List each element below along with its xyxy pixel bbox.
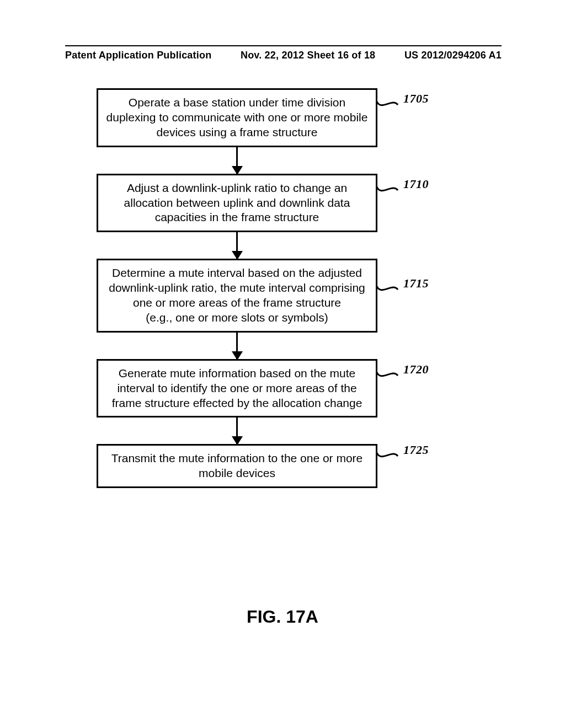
flowchart-step: Transmit the mute information to the one… — [97, 444, 422, 488]
page-header: Patent Application Publication Nov. 22, … — [65, 45, 502, 61]
ref-number: 1725 — [403, 443, 429, 457]
step-box: Determine a mute interval based on the a… — [97, 259, 377, 333]
flowchart: Operate a base station under time divisi… — [97, 88, 422, 488]
header-middle: Nov. 22, 2012 Sheet 16 of 18 — [241, 50, 375, 61]
step-text: Generate mute information based on the m… — [112, 367, 363, 409]
step-box: Operate a base station under time divisi… — [97, 88, 377, 147]
arrow-icon — [97, 417, 377, 444]
arrow-icon — [97, 333, 377, 359]
step-box: Adjust a downlink-uplink ratio to change… — [97, 174, 377, 233]
arrow-icon — [97, 232, 377, 259]
step-text: Transmit the mute information to the one… — [111, 452, 363, 479]
arrow-icon — [97, 147, 377, 174]
patent-page: Patent Application Publication Nov. 22, … — [0, 0, 565, 728]
step-box: Generate mute information based on the m… — [97, 359, 377, 418]
ref-number: 1715 — [403, 276, 429, 291]
ref-number: 1705 — [403, 92, 429, 106]
flowchart-step: Determine a mute interval based on the a… — [97, 259, 422, 333]
ref-number: 1720 — [403, 362, 429, 377]
step-text: Determine a mute interval based on the a… — [109, 266, 365, 324]
header-right: US 2012/0294206 A1 — [404, 50, 502, 61]
figure-label: FIG. 17A — [0, 607, 565, 627]
step-text: Adjust a downlink-uplink ratio to change… — [124, 181, 350, 224]
step-text: Operate a base station under time divisi… — [106, 96, 368, 138]
flowchart-step: Generate mute information based on the m… — [97, 359, 422, 418]
step-box: Transmit the mute information to the one… — [97, 444, 377, 488]
flowchart-step: Adjust a downlink-uplink ratio to change… — [97, 174, 422, 233]
flowchart-step: Operate a base station under time divisi… — [97, 88, 422, 147]
ref-number: 1710 — [403, 177, 429, 191]
header-left: Patent Application Publication — [65, 50, 211, 61]
